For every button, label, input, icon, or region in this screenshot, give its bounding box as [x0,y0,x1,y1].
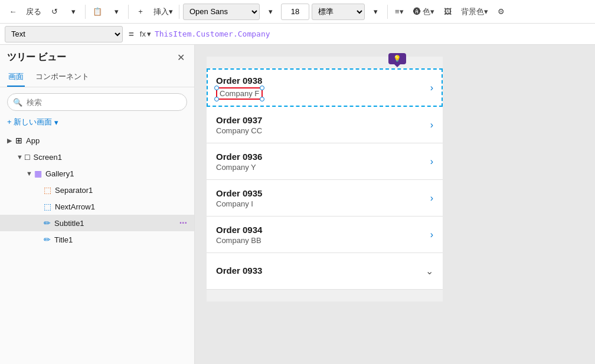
item-title-0935: Order 0935 [216,188,430,198]
item-content-0933: Order 0933 [216,265,426,277]
gallery-item-0934[interactable]: Order 0934 Company BB › [207,217,443,253]
back-label-button[interactable]: 戻る [24,4,44,20]
gallery-item-0937[interactable]: Order 0937 Company CC › [207,107,443,143]
subtitle1-label: Subtitle1 [54,219,179,228]
tree-search: 🔍 [7,93,187,111]
item-content-0937: Order 0937 Company CC [216,115,430,135]
fx-button[interactable]: fx ▾ [140,29,151,38]
bg-color-button[interactable]: 背景色▾ [457,4,492,20]
style-select[interactable]: 標準 [312,4,365,20]
handle-tl[interactable] [214,86,219,90]
field-name-dropdown[interactable]: Text [5,26,123,42]
canvas-area: 💡 Order 0938 Company F [195,45,595,364]
gallery1-label: Gallery1 [45,169,187,178]
item-content-0936: Order 0936 Company Y [216,152,430,172]
font-family-select[interactable]: Open Sans [183,4,260,20]
main-toolbar: ← 戻る ↺ ▾ 📋 ▾ + 挿入▾ Open Sans ▾ 標準 ▾ ≡▾ 🅐… [0,0,595,24]
expand-icon-screen1[interactable]: ▼ [17,153,25,160]
subtitle-wrapper: Company F [216,87,430,100]
tree-view-title: ツリー ビュー [7,51,66,64]
handle-br[interactable] [260,97,264,101]
chevron-icon-0937: › [430,120,433,130]
chevron-icon-0938: › [430,83,433,93]
gallery-item-0938[interactable]: 💡 Order 0938 Company F [207,68,443,107]
arrow-icon: ⬚ [44,202,51,211]
item-subtitle-0938: Company F [220,89,259,98]
font-size-input[interactable] [281,4,309,20]
search-input[interactable] [7,93,187,111]
formula-input[interactable] [155,29,590,38]
separator-2 [128,5,129,19]
chevron-icon-0935: › [430,193,433,204]
insert-label-button[interactable]: 挿入▾ [151,4,175,20]
item-title-0937: Order 0937 [216,115,430,125]
handle-tr[interactable] [260,86,264,90]
subtitle1-menu[interactable]: ··· [179,218,187,228]
highlight-button[interactable]: 🖼 [440,4,455,20]
undo-dropdown-button[interactable]: ▾ [65,4,81,20]
back-button[interactable]: ← [5,4,21,20]
separator-1 [85,5,86,19]
gallery-item-0936[interactable]: Order 0936 Company Y › [207,143,443,180]
copy-dropdown-button[interactable]: ▾ [108,4,125,20]
expand-icon-gallery1[interactable]: ▼ [26,170,34,177]
copy-button[interactable]: 📋 [89,4,106,20]
subtitle-selection-box[interactable]: Company F [216,87,263,100]
item-subtitle-0937: Company CC [216,126,430,135]
item-content-0935: Order 0935 Company I [216,188,430,208]
tree-view-panel: ツリー ビュー ✕ 画面 コンポーネント 🔍 + 新しい画面 ▾ ▶ ⊞ App [0,45,195,364]
tooltip-icon: 💡 [393,55,401,63]
tree-item-nextarrow1[interactable]: ⬚ NextArrow1 [0,198,194,215]
fx-dropdown[interactable]: ▾ [147,29,151,38]
gallery-icon: ▦ [34,169,42,178]
item-title-0936: Order 0936 [216,152,430,162]
item-subtitle-0934: Company BB [216,236,430,245]
tree-tabs: 画面 コンポーネント [0,68,194,87]
screen-icon: □ [25,152,30,162]
new-screen-dropdown-icon[interactable]: ▾ [54,118,58,127]
separator-icon: ⬚ [44,185,51,195]
app-label: App [26,136,187,145]
tree-item-title1[interactable]: ✏ Title1 [0,231,194,248]
title1-label: Title1 [54,235,187,244]
tree-item-subtitle1[interactable]: ✏ Subtitle1 ··· [0,215,194,231]
title-icon: ✏ [44,235,51,244]
gallery-item-0935[interactable]: Order 0935 Company I › [207,180,443,217]
subtitle-icon: ✏ [44,218,51,228]
gallery-item-0933[interactable]: Order 0933 ⌄ [207,253,443,290]
tab-component[interactable]: コンポーネント [34,68,90,87]
handle-bl[interactable] [214,97,219,101]
screen1-label: Screen1 [33,153,187,162]
formula-equals: = [126,29,136,39]
separator-3 [179,5,179,19]
fx-label: fx [140,29,146,38]
tree-item-app[interactable]: ▶ ⊞ App [0,132,194,149]
new-screen-button[interactable]: + 新しい画面 ▾ [0,114,194,130]
tree-close-button[interactable]: ✕ [175,51,187,64]
item-subtitle-0936: Company Y [216,163,430,172]
undo-button[interactable]: ↺ [46,4,63,20]
nextarrow1-label: NextArrow1 [55,202,187,211]
search-icon: 🔍 [13,98,22,107]
separator1-label: Separator1 [55,186,187,195]
expand-icon[interactable]: ▶ [7,137,15,145]
settings-button[interactable]: ⚙ [494,4,508,20]
tree-view-header: ツリー ビュー ✕ [0,45,194,68]
font-color-button[interactable]: 🅐 色▾ [410,4,439,20]
tree-item-screen1[interactable]: ▼ □ Screen1 [0,149,194,165]
insert-button[interactable]: + [132,4,149,20]
tree-item-separator1[interactable]: ⬚ Separator1 [0,182,194,198]
chevron-icon-0933: ⌄ [426,265,433,277]
tree-items-list: ▶ ⊞ App ▼ □ Screen1 ▼ ▦ Gallery1 [0,130,194,364]
chevron-icon-0934: › [430,229,433,240]
chevron-icon-0936: › [430,156,433,167]
style-dropdown-button[interactable]: ▾ [367,4,384,20]
app-icon: ⊞ [15,136,22,145]
new-screen-label: + 新しい画面 [7,117,52,127]
tab-screen[interactable]: 画面 [7,68,25,87]
align-button[interactable]: ≡▾ [391,4,407,20]
font-dropdown-button[interactable]: ▾ [262,4,279,20]
item-content-0934: Order 0934 Company BB [216,225,430,245]
tree-item-gallery1[interactable]: ▼ ▦ Gallery1 [0,165,194,182]
item-subtitle-0935: Company I [216,199,430,208]
